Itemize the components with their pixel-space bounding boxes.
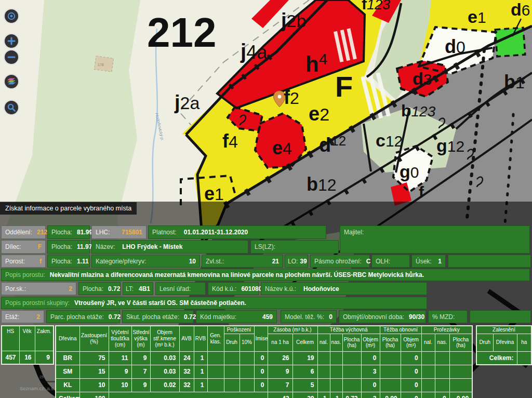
species-row-br: BR751190.032410261900 <box>56 351 472 365</box>
col-zasoba-celkem: Celkem <box>292 334 317 351</box>
zoom-in-button[interactable] <box>4 33 19 49</box>
layers-icon <box>6 77 17 86</box>
field-platnost: Platnost:01.01.2011-31.12.2020 <box>148 225 326 239</box>
map-label-e1-topright: e1 <box>468 7 486 26</box>
field-plocha-porost: Plocha:1.11 <box>47 255 90 268</box>
col-zakm: Zakm. <box>35 326 54 351</box>
map-label-j2a: j2a <box>174 91 200 113</box>
col-objem: Objem stř.kmene (m³ b.k.) <box>150 326 179 351</box>
field-zvlst: Zvl.st.:21 <box>202 255 283 268</box>
col-na1ha: na 1 ha <box>268 334 292 351</box>
species-row-sm: SM15970.0332109630 <box>56 365 472 378</box>
field-lslz: LS(LZ): <box>250 240 339 254</box>
col-zal-druh: Druh <box>476 334 493 351</box>
map-label-j2b: j2b <box>281 9 306 31</box>
field-kod-ku: Kód k.ú.:601080 <box>208 282 259 295</box>
col-pror-nas: nas. <box>435 334 449 351</box>
search-button[interactable] <box>4 100 19 115</box>
zalesneni-table: Zalesnění Druh Dřevina ha Celkem: <box>476 325 532 365</box>
group-prorezavky: Prořezávky <box>421 326 472 334</box>
map-label-g12: g12 <box>436 136 464 155</box>
col-pror-plocha: Plocha (ha) <box>449 334 472 351</box>
col-zastoupeni: Zastoupení (%) <box>79 326 109 351</box>
field-etaz: Etáž:2 <box>1 310 44 323</box>
hs-row: 457 16 9 <box>2 351 54 364</box>
field-porost: Porost:f <box>1 255 46 268</box>
field-popis-porostu: Popis porostu:Nekvalitní mlazina a difer… <box>1 269 530 281</box>
map-label-212: 212 <box>147 9 216 56</box>
map-label-b1: b1 <box>504 71 525 92</box>
col-gen-klas: Gen. klas. <box>207 326 224 351</box>
field-skut-plocha: Skut. plocha etáže:0.72 <box>122 310 194 323</box>
col-vych-nal: nal. <box>317 334 330 351</box>
map-label-e2: e2 <box>309 103 329 125</box>
zalesneni-total-row: Celkem: <box>476 351 531 365</box>
parcel-178 <box>94 56 113 72</box>
locate-button[interactable] <box>4 8 19 24</box>
col-vych-plocha: Plocha (ha) <box>342 334 361 351</box>
group-poskozeni: Poškození <box>224 326 254 334</box>
col-stredni: Střední výška (m) <box>131 326 150 351</box>
col-vek: Věk <box>19 326 35 351</box>
group-tezba-obnovni: Těžba obnovní <box>380 326 421 334</box>
col-obn-plocha: Plocha (ha) <box>380 334 401 351</box>
col-vycetni: Výčetní tloušťka (cm) <box>109 326 131 351</box>
field-lt: LT:4B1 <box>123 282 153 295</box>
map-label-j4a: j4a <box>240 40 268 63</box>
field-lo: LO:39 <box>285 255 308 268</box>
map-label-f-small: f <box>419 183 424 201</box>
field-popis-skupiny: Popis porostní skupiny:Vtroušený JR, ve … <box>1 297 427 309</box>
map-label-b123: b123 <box>401 101 436 120</box>
map-label-d0: d0 <box>445 36 466 57</box>
group-tezba-vychovna: Těžba výchovná <box>317 326 380 334</box>
map-label-e4: e4 <box>272 137 292 158</box>
field-model-tez: Model. těž. %:0 <box>281 310 337 323</box>
field-nazev: Název:LHO Frýdek - Místek <box>91 240 248 254</box>
col-rvb: RVB <box>194 326 207 351</box>
forestry-map-app: 212 f123 j2b j4a h4 F e1 d6 d0 d3 b123 b… <box>0 0 532 398</box>
field-empty-r3 <box>448 255 531 268</box>
map-label-f2: f2 <box>284 87 299 108</box>
species-total-row: Celkem: 100 4230110.7230.00000.00 <box>56 392 472 398</box>
col-posk-druh: Druh <box>224 334 240 351</box>
field-porsk: Por.sk.:2 <box>1 282 76 295</box>
map-label-f4: f4 <box>222 130 238 152</box>
field-majitel: Majitel: <box>340 225 530 254</box>
hs-table: HS Věk Zakm. 457 16 9 <box>1 325 54 365</box>
field-obmyti: Obmýtí/obnovní doba:90/30 <box>339 310 426 323</box>
species-row-kl: KL101090.0232107500 <box>56 378 472 392</box>
map-label-c12: c12 <box>376 130 403 150</box>
zoom-in-icon <box>7 36 16 46</box>
map-attribution: Seznam.cz, a.s. <box>20 386 55 391</box>
field-olh: OLH: <box>371 255 410 268</box>
col-avb: AVB <box>179 326 194 351</box>
field-usek: Úsek:1 <box>411 255 446 268</box>
col-drevina: Dřevina <box>56 326 79 351</box>
zoom-out-button[interactable] <box>4 49 19 65</box>
map-label-178: 178 <box>98 63 104 67</box>
col-hs: HS <box>2 326 19 351</box>
scale-25: 25 <box>39 375 44 379</box>
col-zal-drevina: Dřevina <box>493 334 517 351</box>
field-plocha-porsk: Plocha:0.72 <box>78 282 121 295</box>
field-dilec: Dílec:F <box>1 240 46 254</box>
group-zalesneni: Zalesnění <box>476 326 531 334</box>
col-imise: Imise <box>254 326 268 351</box>
field-kategorie: Kategorie/překryv:10 <box>91 255 200 268</box>
field-plocha-dilec: Plocha:11.97 <box>47 240 90 254</box>
map-label-d3: d3 <box>413 69 432 88</box>
field-plocha-oddeleni: Plocha:81.99 <box>47 225 90 239</box>
col-obn-objem: Objem (m³) <box>401 334 421 351</box>
map-label-b12: b12 <box>307 174 337 195</box>
field-oddeleni: Oddělení:212 <box>1 225 46 239</box>
field-nazev-ku: Název k.ú.:Hodoňovice <box>261 282 427 295</box>
layers-button[interactable] <box>4 74 19 89</box>
col-vych-nas: nas. <box>330 334 342 351</box>
field-empty-r7 <box>470 310 531 323</box>
species-table: Dřevina Zastoupení (%) Výčetní tloušťka … <box>55 325 473 398</box>
map-label-F: F <box>335 70 353 103</box>
search-icon <box>7 103 16 112</box>
field-kod-majetku: Kód majetku:459 <box>196 310 277 323</box>
map-label-f123: f123 <box>362 0 390 12</box>
col-posk-10: 10% <box>240 334 254 351</box>
